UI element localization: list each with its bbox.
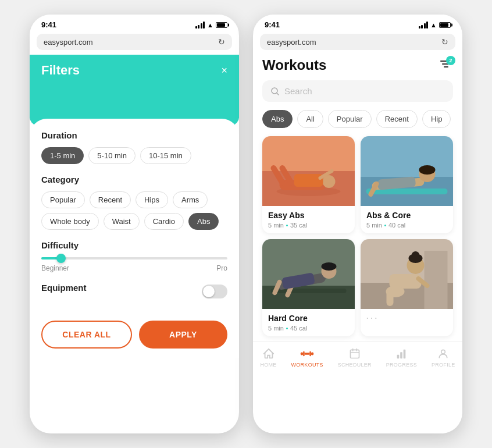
abs-core-info: Abs & Core 5 min 40 cal [361, 206, 453, 233]
right-time: 9:41 [265, 20, 280, 29]
svg-rect-12 [294, 174, 323, 187]
nav-scheduler[interactable]: SCHEDULER [338, 347, 372, 368]
filter-badge: 2 [446, 56, 455, 65]
equipment-toggle[interactable] [202, 285, 227, 298]
right-refresh-icon[interactable]: ↻ [441, 37, 448, 47]
hard-core-name: Hard Core [268, 314, 349, 323]
apply-button[interactable]: APPLY [139, 321, 227, 349]
abs-core-cal: 40 cal [388, 222, 405, 229]
chip-10-15-min[interactable]: 10-15 min [140, 147, 191, 164]
filter-header: Filters × [30, 55, 239, 78]
search-bar[interactable]: Search [262, 80, 453, 102]
left-url-bar[interactable]: easysport.com ↻ [37, 34, 232, 50]
workouts-title: Workouts [262, 57, 326, 73]
sitting-name: · · · [366, 314, 447, 322]
nav-profile[interactable]: PROFILE [432, 347, 455, 368]
chip-abs[interactable]: Abs [188, 213, 219, 230]
hard-core-info: Hard Core 5 min 45 cal [262, 309, 355, 336]
svg-point-53 [441, 350, 445, 354]
svg-rect-50 [397, 355, 400, 358]
tab-abs[interactable]: Abs [262, 110, 293, 128]
nav-home-label: HOME [260, 362, 276, 368]
nav-workouts[interactable]: WORKOUTS [291, 347, 323, 368]
right-signal-icon [419, 22, 429, 29]
chip-5-10-min[interactable]: 5-10 min [88, 147, 136, 164]
app-container: 9:41 ▲ easysport.com ↻ [0, 0, 492, 448]
duration-section: Duration 1-5 min 5-10 min 10-15 min [41, 130, 227, 164]
workout-sitting[interactable]: · · · [361, 239, 453, 336]
difficulty-slider[interactable]: Beginner Pro [41, 257, 227, 272]
nav-progress-label: PROGRESS [386, 362, 417, 368]
workout-easy-abs[interactable]: Easy Abs 5 min 35 cal [262, 136, 355, 233]
chip-waist[interactable]: Waist [104, 213, 140, 230]
svg-rect-51 [401, 352, 403, 358]
tab-recent[interactable]: Recent [376, 110, 418, 128]
filter-phone: 9:41 ▲ easysport.com ↻ [30, 15, 239, 433]
tab-popular[interactable]: Popular [328, 110, 372, 128]
tab-all[interactable]: All [297, 110, 323, 128]
category-section: Category Popular Recent Hips Arms Whole … [41, 175, 227, 230]
chip-whole-body[interactable]: Whole body [41, 213, 99, 230]
svg-point-37 [412, 251, 420, 259]
left-time: 9:41 [41, 20, 56, 29]
chip-hips[interactable]: Hips [136, 191, 168, 208]
bottom-nav: HOME WORKOUTS SCHEDUL [253, 341, 462, 377]
hard-core-cal: 45 cal [290, 325, 307, 332]
clear-all-button[interactable]: CLEAR ALL [41, 321, 132, 349]
tab-hip[interactable]: Hip [422, 110, 451, 128]
meta-dot-3 [286, 328, 288, 329]
workouts-header: Workouts 2 [262, 55, 453, 73]
svg-rect-43 [305, 353, 310, 354]
chip-arms[interactable]: Arms [173, 191, 208, 208]
home-icon [262, 347, 275, 360]
workouts-grid: Easy Abs 5 min 35 cal [262, 136, 453, 336]
nav-home[interactable]: HOME [260, 347, 276, 368]
slider-labels: Beginner Pro [41, 264, 227, 272]
filter-button[interactable]: 2 [439, 58, 453, 72]
easy-abs-cal: 35 cal [290, 222, 307, 229]
action-buttons: CLEAR ALL APPLY [41, 311, 227, 358]
category-chips: Popular Recent Hips Arms Whole body Wais… [41, 191, 227, 230]
meta-dot-2 [384, 225, 386, 226]
chip-cardio[interactable]: Cardio [144, 213, 184, 230]
hard-core-meta: 5 min 45 cal [268, 325, 349, 332]
nav-progress[interactable]: PROGRESS [386, 347, 417, 368]
svg-point-27 [322, 262, 337, 271]
workout-hard-core[interactable]: Hard Core 5 min 45 cal [262, 239, 355, 336]
left-url-text: easysport.com [44, 38, 93, 47]
dumbbell-icon [300, 347, 314, 360]
difficulty-section: Difficulty Beginner Pro [41, 240, 227, 272]
search-placeholder: Search [284, 86, 312, 96]
chip-1-5-min[interactable]: 1-5 min [41, 147, 84, 164]
category-tabs: Abs All Popular Recent Hip [262, 110, 453, 128]
equipment-row: Equipment [41, 283, 227, 300]
abs-core-duration: 5 min [366, 222, 382, 229]
nav-profile-label: PROFILE [432, 362, 455, 368]
workout-abs-core[interactable]: Abs & Core 5 min 40 cal [361, 136, 453, 233]
easy-abs-info: Easy Abs 5 min 35 cal [262, 206, 355, 233]
profile-icon [437, 347, 449, 360]
sitting-info: · · · [361, 309, 453, 329]
chip-popular[interactable]: Popular [41, 191, 85, 208]
slider-thumb[interactable] [56, 254, 66, 263]
right-url-bar[interactable]: easysport.com ↻ [260, 34, 455, 50]
easy-abs-name: Easy Abs [268, 211, 349, 220]
nav-scheduler-label: SCHEDULER [338, 362, 372, 368]
right-battery-icon [439, 22, 451, 28]
svg-rect-46 [350, 350, 359, 358]
left-refresh-icon[interactable]: ↻ [218, 37, 225, 47]
signal-icon [195, 22, 205, 29]
svg-rect-33 [425, 251, 448, 309]
abs-core-meta: 5 min 40 cal [366, 222, 447, 229]
battery-icon [216, 22, 227, 28]
close-button[interactable]: × [221, 65, 227, 77]
chip-recent[interactable]: Recent [90, 191, 131, 208]
svg-rect-41 [301, 352, 303, 355]
abs-core-name: Abs & Core [366, 211, 447, 220]
svg-rect-44 [309, 351, 311, 357]
right-url-text: easysport.com [267, 38, 316, 47]
easy-abs-meta: 5 min 35 cal [268, 222, 349, 229]
svg-rect-40 [387, 289, 394, 306]
slider-track [41, 257, 227, 259]
filter-title: Filters [41, 63, 80, 78]
